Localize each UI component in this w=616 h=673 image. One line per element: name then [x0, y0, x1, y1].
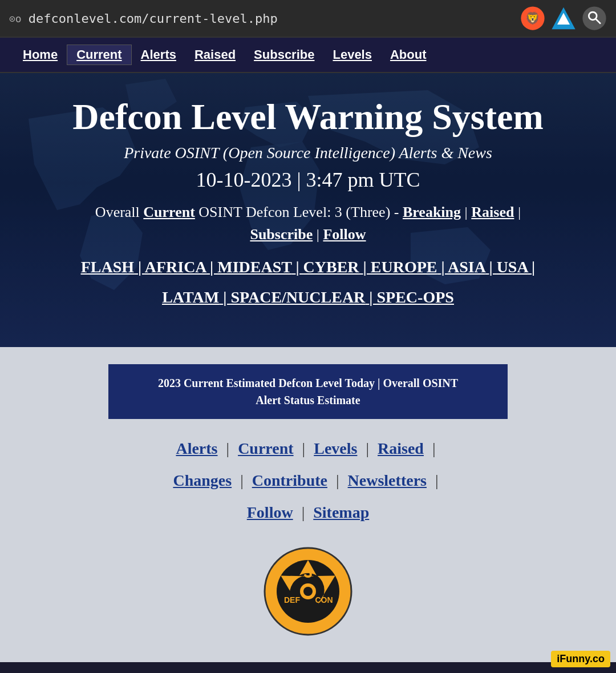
url-icon: ⊙o	[9, 13, 22, 25]
sep2: |	[210, 258, 217, 276]
sep1: |	[138, 258, 145, 276]
sep9: |	[369, 288, 376, 306]
status-pipe3: |	[317, 226, 319, 243]
sep5: |	[441, 258, 448, 276]
page-title: Defcon Level Warning System	[11, 96, 605, 138]
status-suffix: OSINT Defcon Level: 3 (Three) -	[198, 204, 399, 220]
sep-6: |	[336, 471, 343, 489]
sep-3: |	[366, 440, 373, 457]
hero-section: Defcon Level Warning System Private OSIN…	[0, 73, 616, 347]
hero-subtitle: Private OSINT (Open Source Intelligence)…	[11, 144, 605, 162]
content-links-row3: Follow | Sitemap	[34, 497, 582, 529]
status-pipe2: |	[518, 204, 521, 220]
nav-levels[interactable]: Levels	[323, 45, 381, 65]
sep-2: |	[302, 440, 310, 457]
nav-about[interactable]: About	[381, 45, 436, 65]
sep8: |	[223, 288, 230, 306]
link-europe[interactable]: EUROPE	[371, 258, 437, 276]
content-links-row1: Alerts | Current | Levels | Raised |	[34, 433, 582, 465]
sep-7: |	[435, 471, 439, 489]
link-space-nuclear[interactable]: SPACE/NUCLEAR	[230, 288, 365, 306]
content-links-row2: Changes | Contribute | Newsletters |	[34, 465, 582, 497]
content-section: 2023 Current Estimated Defcon Level Toda…	[0, 347, 616, 662]
link-newsletters[interactable]: Newsletters	[348, 471, 427, 489]
svg-point-11	[303, 587, 313, 596]
content-links: Alerts | Current | Levels | Raised | Cha…	[34, 433, 582, 529]
link-follow[interactable]: Follow	[247, 503, 293, 521]
nav-home[interactable]: Home	[14, 45, 67, 65]
svg-point-4	[582, 6, 606, 30]
brave-icon: 🦁	[520, 6, 545, 31]
sep-1: |	[226, 440, 234, 457]
watermark-text: iFunny.co	[557, 653, 605, 662]
link-usa[interactable]: USA	[497, 258, 528, 276]
nav-alerts[interactable]: Alerts	[132, 45, 185, 65]
status-raised-link[interactable]: Raised	[471, 204, 514, 220]
info-box-line2: Alert Status Estimate	[125, 392, 491, 409]
link-africa[interactable]: AFRICA	[145, 258, 206, 276]
link-latam[interactable]: LATAM	[162, 288, 219, 306]
nav-raised[interactable]: Raised	[185, 45, 245, 65]
defcon-badge: 3 DEF CON	[262, 546, 354, 637]
link-spec-ops[interactable]: SPEC-OPS	[377, 288, 454, 306]
browser-icons: 🦁	[520, 6, 607, 31]
svg-text:🦁: 🦁	[525, 11, 540, 26]
sep4: |	[363, 258, 371, 276]
link-flash[interactable]: FLASH	[81, 258, 134, 276]
link-contribute[interactable]: Contribute	[252, 471, 327, 489]
status-follow-link[interactable]: Follow	[323, 226, 366, 243]
navigation: Home Current Alerts Raised Subscribe Lev…	[0, 37, 616, 73]
status-current-link[interactable]: Current	[143, 204, 195, 220]
svg-text:CON: CON	[315, 595, 333, 605]
hero-status-line: Overall Current OSINT Defcon Level: 3 (T…	[11, 201, 605, 245]
url-field[interactable]: defconlevel.com/current-level.php	[29, 11, 513, 26]
sep7: |	[532, 258, 535, 276]
browser-bar: ⊙o defconlevel.com/current-level.php 🦁	[0, 0, 616, 37]
status-breaking-link[interactable]: Breaking	[403, 204, 461, 220]
sep3: |	[295, 258, 303, 276]
ifunny-watermark: iFunny.co	[551, 651, 610, 662]
status-prefix: Overall	[95, 204, 140, 220]
svg-text:3: 3	[303, 563, 313, 581]
link-current[interactable]: Current	[238, 440, 293, 457]
link-sitemap[interactable]: Sitemap	[313, 503, 369, 521]
sep-5: |	[240, 471, 248, 489]
info-box-line1: 2023 Current Estimated Defcon Level Toda…	[125, 374, 491, 392]
category-links-row2: LATAM | SPACE/NUCLEAR | SPEC-OPS	[11, 285, 605, 311]
status-subscribe-link[interactable]: Subscribe	[250, 226, 313, 243]
nav-subscribe[interactable]: Subscribe	[245, 45, 323, 65]
link-changes[interactable]: Changes	[173, 471, 232, 489]
nav-current[interactable]: Current	[67, 45, 131, 65]
svg-text:DEF: DEF	[284, 595, 300, 605]
link-cyber[interactable]: CYBER	[303, 258, 359, 276]
link-levels[interactable]: Levels	[314, 440, 357, 457]
status-pipe1: |	[465, 204, 468, 220]
badge-container: 3 DEF CON	[34, 546, 582, 639]
link-raised[interactable]: Raised	[378, 440, 424, 457]
link-alerts[interactable]: Alerts	[176, 440, 217, 457]
link-mideast[interactable]: MIDEAST	[217, 258, 291, 276]
sep6: |	[489, 258, 496, 276]
arch-icon	[551, 6, 576, 31]
sep-8: |	[302, 503, 309, 521]
hero-content: Defcon Level Warning System Private OSIN…	[11, 96, 605, 311]
hero-date: 10-10-2023 | 3:47 pm UTC	[11, 168, 605, 192]
sep-4: |	[432, 440, 436, 457]
info-box: 2023 Current Estimated Defcon Level Toda…	[108, 364, 508, 419]
category-links-row1: FLASH | AFRICA | MIDEAST | CYBER | EUROP…	[11, 255, 605, 280]
search-icon[interactable]	[582, 6, 607, 31]
link-asia[interactable]: ASIA	[448, 258, 485, 276]
